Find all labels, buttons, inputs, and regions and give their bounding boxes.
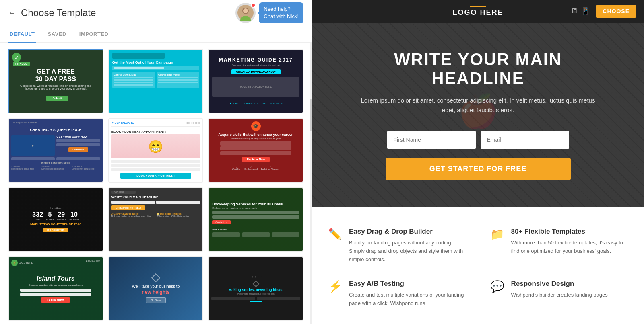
header: ← Choose Template Need help? Chat w xyxy=(0,0,312,26)
ds-sub: We create meaningful experiences xyxy=(237,293,275,295)
feature-1-desc: Build your landing pages without any cod… xyxy=(349,239,466,264)
hero-email-input[interactable] xyxy=(481,131,569,149)
conf-num2: 5HOURS xyxy=(46,211,54,221)
edu-input3 xyxy=(220,151,291,155)
back-button[interactable]: ← xyxy=(8,8,16,18)
ds-diamond xyxy=(252,280,259,287)
mkt-title: MARKETING GUIDE 2017 xyxy=(219,57,293,63)
template-card-island[interactable]: 🌴LOGO HERE 1-800-512-4447 Island Tours D… xyxy=(8,256,103,321)
right-panel: LOGO HERE 🖥 📱 CHOOSE 🍎 WRITE YOUR MAIN H… xyxy=(312,0,644,324)
lap-in2 xyxy=(156,201,200,204)
feature-item-3: ⚡ Easy A/B Testing Create and test multi… xyxy=(328,280,466,308)
conf-title: MARKETING CONFERENCE 2018 xyxy=(30,222,81,226)
edu-sub: We have a variety of programs that will … xyxy=(231,137,281,140)
device-icons: 🖥 📱 xyxy=(570,7,590,16)
camp-logo xyxy=(112,53,165,59)
den-title: BOOK YOUR NEXT APPOINTMENT! xyxy=(111,130,200,133)
responsive-icon: 💬 xyxy=(490,280,505,293)
sq-footer: INSERT BENEFITS HERE xyxy=(11,162,100,164)
den-header: ✦ DENTALCARE 000-00-0000 xyxy=(111,121,200,127)
template-card-squeeze[interactable]: The Beginner's Guide to CREATING A SQUEE… xyxy=(8,118,103,183)
feature-item-4: 💬 Responsive Design Wishpond's builder c… xyxy=(490,280,628,308)
features-section: ✏️ Easy Drag & Drop Builder Build your l… xyxy=(312,207,644,324)
fitness-btn: Submit xyxy=(46,96,68,101)
chat-bubble[interactable]: Need help? Chat with Nick! xyxy=(259,2,303,23)
scrollbar-thumb[interactable] xyxy=(310,99,312,131)
feature-item-2: 📁 80+ Flexible Templates With more than … xyxy=(490,228,628,264)
sq-title: CREATING A SQUEEZE PAGE xyxy=(11,128,100,132)
notification-dot xyxy=(251,3,256,8)
template-preview-business: We'll take your business to new heights … xyxy=(109,257,203,320)
chat-line1: Need help? xyxy=(264,6,299,13)
template-preview-dental: ✦ DENTALCARE 000-00-0000 BOOK YOUR NEXT … xyxy=(109,119,203,182)
isl-title: Island Tours xyxy=(37,275,75,282)
biz-btn: Go Grow xyxy=(146,297,166,303)
template-preview-education: 🎓 Acquire skills that will enhance your … xyxy=(209,119,303,182)
camp-title: Get the Most Out of Your Campaign xyxy=(112,60,200,64)
biz-text: We'll take your business to xyxy=(132,284,180,289)
fitness-tag: FITNESS xyxy=(13,62,30,66)
mkt-sub: Download the online marketing guide and … xyxy=(231,64,280,66)
tab-default[interactable]: DEFAULT xyxy=(8,26,36,43)
svg-point-3 xyxy=(243,8,248,13)
lap-head: WRITE YOUR MAIN HEADLINE xyxy=(111,195,200,199)
template-card-conference[interactable]: Logo Here 332DAYS 5HOURS 29MINUTES 10SEC… xyxy=(8,187,103,252)
feature-3-desc: Create and test multiple variations of y… xyxy=(349,291,466,308)
template-card-dark-stories[interactable]: ✦✦✦✦✦ Making stories. Inventing ideas. W… xyxy=(208,256,303,321)
scrollbar-track[interactable] xyxy=(310,43,312,324)
preview-header: LOGO HERE 🖥 📱 CHOOSE xyxy=(312,0,644,23)
biz-highlight: new heights xyxy=(142,289,169,295)
template-card-bookkeeping[interactable]: Bookkeeping Services for Your Business P… xyxy=(208,187,303,252)
chat-widget[interactable]: Need help? Chat with Nick! xyxy=(235,2,303,23)
conf-btn: GO REGISTER xyxy=(43,228,68,232)
header-left: ← Choose Template xyxy=(8,7,96,18)
tab-saved[interactable]: SAVED xyxy=(46,26,68,43)
lap-feat2: 📁 80+ Flexible TemplatesWith more than 5… xyxy=(157,213,200,217)
feature-1-title: Easy Drag & Drop Builder xyxy=(349,228,466,236)
hero-firstname-input[interactable] xyxy=(387,131,476,149)
mkt-tabs: ✦ TOPIC 1 ✦ TOPIC 2 ✦ TOPIC 3 ✦ TOPIC 4 xyxy=(229,102,282,105)
template-card-marketing[interactable]: MARKETING GUIDE 2017 Download the online… xyxy=(208,49,303,113)
isl-sub: Discover paradise with our amazing tour … xyxy=(29,284,83,286)
feature-4-content: Responsive Design Wishpond's builder cre… xyxy=(511,280,608,299)
template-card-campaign[interactable]: Get the Most Out of Your Campaign Course… xyxy=(108,49,204,113)
bk-title: Bookkeeping Services for Your Business xyxy=(212,202,299,206)
tab-imported[interactable]: IMPORTED xyxy=(78,26,110,43)
templates-icon: 📁 xyxy=(490,228,505,241)
template-card-education[interactable]: 🎓 Acquire skills that will enhance your … xyxy=(208,118,303,183)
preview-logo: LOGO HERE xyxy=(425,8,531,17)
camp-col2: Course time-frame xyxy=(157,72,199,88)
template-card-business[interactable]: We'll take your business to new heights … xyxy=(108,256,204,321)
choose-button[interactable]: CHOOSE xyxy=(596,5,636,18)
desktop-icon[interactable]: 🖥 xyxy=(570,7,578,16)
fitness-title: GET A FREE30 DAY PASS xyxy=(35,68,76,83)
template-preview-squeeze: The Beginner's Guide to CREATING A SQUEE… xyxy=(9,119,103,182)
grid: FITNESS GET A FREE30 DAY PASS Get person… xyxy=(8,49,303,321)
preview-hero: 🍎 WRITE YOUR MAIN HEADLINE Lorem ipsum d… xyxy=(312,23,644,207)
hero-headline: WRITE YOUR MAIN HEADLINE xyxy=(357,50,599,87)
hero-content: WRITE YOUR MAIN HEADLINE Lorem ipsum dol… xyxy=(357,50,599,179)
edu-badge: 🎓 xyxy=(251,121,261,131)
den-btn: BOOK YOUR APPOINTMENT xyxy=(120,173,192,179)
den-logo: ✦ DENTALCARE xyxy=(111,121,134,125)
hero-cta-button[interactable]: GET STARTED FOR FREE xyxy=(386,158,571,180)
template-preview-laptop: LOGO HERE WRITE YOUR MAIN HEADLINE Get S… xyxy=(109,188,203,251)
template-card-fitness[interactable]: FITNESS GET A FREE30 DAY PASS Get person… xyxy=(8,49,103,113)
preview-logo-area: LOGO HERE xyxy=(425,6,531,17)
feature-2-title: 80+ Flexible Templates xyxy=(511,228,628,236)
mobile-icon[interactable]: 📱 xyxy=(581,7,590,16)
drag-drop-icon: ✏️ xyxy=(328,228,343,241)
bk-sub: Professional accounting for all your nee… xyxy=(212,207,299,209)
edu-title: Acquire skills that will enhance your ca… xyxy=(218,133,293,137)
template-preview-fitness: FITNESS GET A FREE30 DAY PASS Get person… xyxy=(9,50,103,113)
camp-col1: Course Curriculum xyxy=(112,72,155,88)
page-title: Choose Template xyxy=(21,7,96,18)
preview-controls: 🖥 📱 CHOOSE xyxy=(530,5,636,18)
template-preview-campaign: Get the Most Out of Your Campaign Course… xyxy=(109,50,203,113)
template-card-dental[interactable]: ✦ DENTALCARE 000-00-0000 BOOK YOUR NEXT … xyxy=(108,118,204,183)
lap-btn: Get Started: It's FREE! xyxy=(111,205,145,210)
template-card-laptop[interactable]: LOGO HERE WRITE YOUR MAIN HEADLINE Get S… xyxy=(108,187,204,252)
feature-item-1: ✏️ Easy Drag & Drop Builder Build your l… xyxy=(328,228,466,264)
conf-nums: 332DAYS 5HOURS 29MINUTES 10SECONDS xyxy=(32,211,79,221)
template-preview-marketing: MARKETING GUIDE 2017 Download the online… xyxy=(209,50,303,113)
